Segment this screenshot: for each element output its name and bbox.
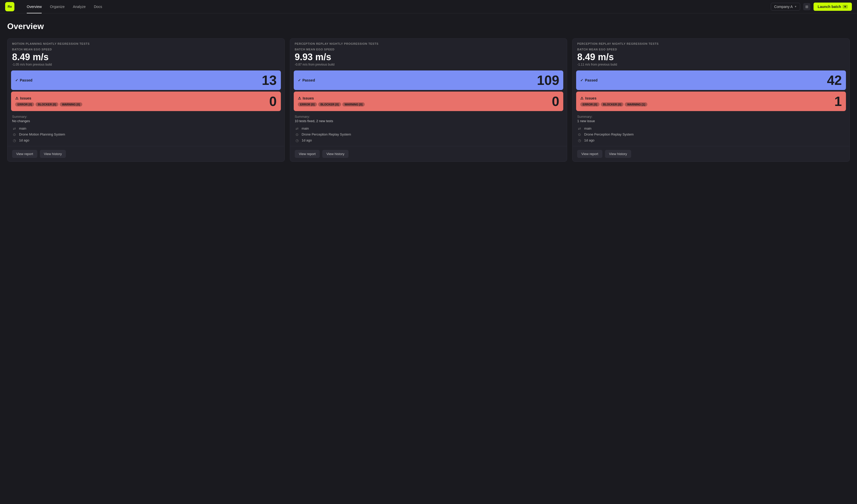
main-content: Overview MOTION PLANNING NIGHTLY REGRESS… <box>0 13 857 170</box>
card3-system-row: ⊙ Drone Perception Replay System <box>577 132 845 137</box>
card3-badge-warning: WARNING [1] <box>625 102 648 106</box>
card3-summary: Summary: 1 new issue <box>573 111 850 125</box>
card1-issues-label: ⚠ Issues <box>15 96 82 100</box>
card1-view-report-button[interactable]: View report <box>12 150 37 158</box>
card2-badges: ERROR [0] BLOCKER [0] WARNING [0] <box>298 102 365 106</box>
nav-overview[interactable]: Overview <box>23 0 46 13</box>
card1-time-row: ◷ 1d ago <box>12 138 280 142</box>
card1-system: Drone Motion Planning System <box>19 132 65 136</box>
card1-metric-value: 8.49 m/s <box>12 52 280 62</box>
card3-summary-value: 1 new issue <box>577 119 845 123</box>
card3-metric: BATCH MEAN EGO SPEED 8.49 m/s -1.11 m/s … <box>573 48 850 70</box>
warning-icon3: ⚠ <box>580 96 584 100</box>
warning-icon: ⚠ <box>15 96 18 100</box>
drone-icon: ⊙ <box>12 132 17 137</box>
nav-right: Company A ▼ ⊞ Launch batch ▼ <box>771 3 852 11</box>
card2-meta: ⇄ main ⊙ Drone Perception Replay System … <box>290 125 567 146</box>
card2-branch: main <box>302 127 309 130</box>
card1-badge-warning: WARNING [0] <box>60 102 82 106</box>
card1-branch: main <box>19 127 26 130</box>
card3-header: PERCEPTION REPLAY NIGHTLY REGRESSION TES… <box>573 38 850 48</box>
card1-badges: ERROR [0] BLOCKER [0] WARNING [0] <box>15 102 82 106</box>
card2-badge-blocker: BLOCKER [0] <box>318 102 341 106</box>
card3-metric-delta: -1.11 m/s from previous build <box>577 63 845 66</box>
card3-passed-count: 42 <box>827 73 842 87</box>
card2-summary-label: Summary: <box>295 115 562 119</box>
navbar: Re Overview Organize Analyze Docs Compan… <box>0 0 857 13</box>
card3-issues-box: ⚠ Issues ERROR [0] BLOCKER [0] WARNING [… <box>576 91 846 111</box>
card3-issues-label: ⚠ Issues <box>580 96 648 100</box>
card2-badge-error: ERROR [0] <box>298 102 317 106</box>
card3-badge-error: ERROR [0] <box>580 102 599 106</box>
card1-view-history-button[interactable]: View history <box>40 150 66 158</box>
card2-passed-label: ✓ Passed <box>298 78 315 82</box>
card3-issues-count: 1 <box>834 95 842 108</box>
card2-summary-value: 10 tests fixed, 2 new tests <box>295 119 562 123</box>
nav-organize[interactable]: Organize <box>46 0 69 13</box>
nav-docs[interactable]: Docs <box>90 0 106 13</box>
card1-passed-left: ✓ Passed <box>15 78 32 82</box>
card1-issues-count: 0 <box>269 95 277 108</box>
card3-metric-label: BATCH MEAN EGO SPEED <box>577 48 845 51</box>
card3-metric-value: 8.49 m/s <box>577 52 845 62</box>
card3-issues-left: ⚠ Issues ERROR [0] BLOCKER [0] WARNING [… <box>580 96 648 106</box>
card1-passed-label: ✓ Passed <box>15 78 32 82</box>
card3-view-history-button[interactable]: View history <box>605 150 631 158</box>
app-logo[interactable]: Re <box>5 2 14 11</box>
card2-passed-count: 109 <box>537 73 559 87</box>
card3-footer: View report View history <box>573 146 850 162</box>
card3-branch: main <box>584 127 591 130</box>
clock-icon2: ◷ <box>295 138 299 142</box>
card1-stat-boxes: ✓ Passed 13 ⚠ Issues ERROR [0] <box>11 70 281 111</box>
branch-icon2: ⇄ <box>295 127 299 131</box>
card2-issues-box: ⚠ Issues ERROR [0] BLOCKER [0] WARNING [… <box>294 91 564 111</box>
nav-links: Overview Organize Analyze Docs <box>23 0 106 13</box>
card-perception-regression: PERCEPTION REPLAY NIGHTLY REGRESSION TES… <box>572 38 850 162</box>
card3-meta: ⇄ main ⊙ Drone Perception Replay System … <box>573 125 850 146</box>
card1-metric: BATCH MEAN EGO SPEED 8.49 m/s -1.05 m/s … <box>7 48 284 70</box>
card3-passed-label: ✓ Passed <box>580 78 598 82</box>
card1-summary-value: No changes <box>12 119 280 123</box>
warning-icon2: ⚠ <box>298 96 301 100</box>
card1-system-row: ⊙ Drone Motion Planning System <box>12 132 280 137</box>
card2-branch-row: ⇄ main <box>295 127 562 131</box>
card1-branch-row: ⇄ main <box>12 127 280 131</box>
check-circle-icon2: ✓ <box>298 78 301 82</box>
card2-footer: View report View history <box>290 146 567 162</box>
nav-analyze[interactable]: Analyze <box>69 0 90 13</box>
launch-batch-button[interactable]: Launch batch ▼ <box>813 3 852 11</box>
card1-issues-box: ⚠ Issues ERROR [0] BLOCKER [0] WARNING [… <box>11 91 281 111</box>
card1-metric-label: BATCH MEAN EGO SPEED <box>12 48 280 51</box>
card3-branch-row: ⇄ main <box>577 127 845 131</box>
card2-passed-left: ✓ Passed <box>298 78 315 82</box>
card3-stat-boxes: ✓ Passed 42 ⚠ Issues ERROR [0] <box>576 70 846 111</box>
card2-metric-delta: -0.87 m/s from previous build <box>295 63 562 66</box>
card3-summary-label: Summary: <box>577 115 845 119</box>
branch-icon3: ⇄ <box>577 127 582 131</box>
card2-summary: Summary: 10 tests fixed, 2 new tests <box>290 111 567 125</box>
card2-view-history-button[interactable]: View history <box>322 150 349 158</box>
card1-passed-box: ✓ Passed 13 <box>11 70 281 90</box>
card2-time: 1d ago <box>302 138 312 142</box>
page-title: Overview <box>7 22 850 31</box>
company-selector[interactable]: Company A ▼ <box>771 3 800 11</box>
card1-badge-error: ERROR [0] <box>15 102 34 106</box>
card1-summary-label: Summary: <box>12 115 280 119</box>
copy-icon[interactable]: ⊞ <box>803 3 810 10</box>
card2-issues-label: ⚠ Issues <box>298 96 365 100</box>
card1-footer: View report View history <box>7 146 284 162</box>
clock-icon3: ◷ <box>577 138 582 142</box>
card3-view-report-button[interactable]: View report <box>577 150 602 158</box>
card3-time-row: ◷ 1d ago <box>577 138 845 142</box>
card1-header: MOTION PLANNING NIGHTLY REGRESSION TESTS <box>7 38 284 48</box>
check-circle-icon: ✓ <box>15 78 18 82</box>
launch-arrow-icon: ▼ <box>843 5 848 9</box>
card1-time: 1d ago <box>19 138 29 142</box>
card2-metric-value: 9.93 m/s <box>295 52 562 62</box>
card-perception-progression: PERCEPTION REPLAY NIGHTLY PROGRESSION TE… <box>290 38 567 162</box>
card2-view-report-button[interactable]: View report <box>295 150 320 158</box>
drone-icon2: ⊙ <box>295 132 299 137</box>
card1-badge-blocker: BLOCKER [0] <box>35 102 58 106</box>
clock-icon: ◷ <box>12 138 17 142</box>
card1-summary: Summary: No changes <box>7 111 284 125</box>
